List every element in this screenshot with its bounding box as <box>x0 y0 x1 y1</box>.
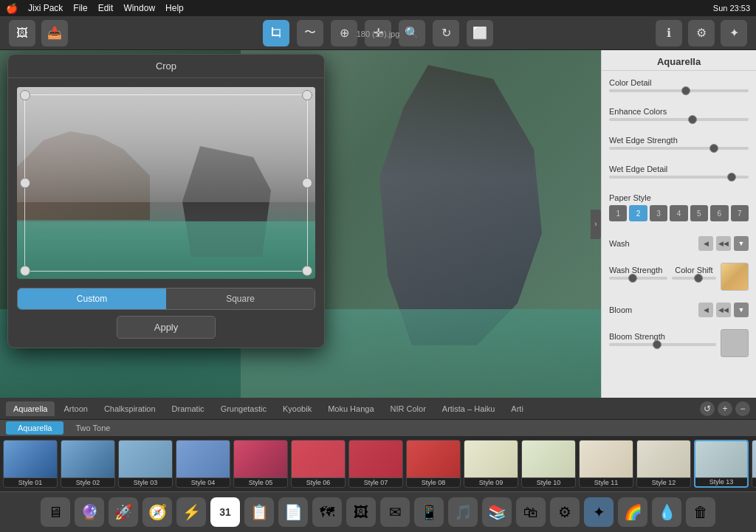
style-thumb-13[interactable]: Style 13 <box>694 440 749 488</box>
toolbar-effects-btn[interactable]: ✦ <box>721 20 747 46</box>
menu-edit[interactable]: Edit <box>98 3 114 13</box>
filter-tab-chalkspiration[interactable]: Chalkspiration <box>97 401 163 416</box>
bloom-label: Bloom <box>609 305 695 314</box>
style-thumb-11[interactable]: Style 11 <box>579 440 633 488</box>
crop-custom-btn[interactable]: Custom <box>18 289 166 309</box>
dock-systemprefs[interactable]: ⚙ <box>550 497 580 527</box>
canvas-area[interactable]: › Crop <box>0 50 601 398</box>
filter-tab-nir-color[interactable]: NIR Color <box>383 401 433 416</box>
style-thumb-12[interactable]: Style 12 <box>636 440 691 488</box>
crop-square-btn[interactable]: Square <box>166 289 315 309</box>
wash-strength-thumb[interactable] <box>628 274 637 283</box>
filter-tab-dramatic[interactable]: Dramatic <box>165 401 212 416</box>
filter-tab-aquarella[interactable]: Aquarella <box>6 401 55 416</box>
dock-calendar[interactable]: 31 <box>210 497 240 527</box>
toolbar-photo-btn[interactable]: 🖼 <box>9 20 35 46</box>
paper-btn-5[interactable]: 5 <box>690 205 708 221</box>
style-thumb-14[interactable]: St <box>752 440 756 488</box>
filter-tab-grungetastic[interactable]: Grungetastic <box>213 401 274 416</box>
wet-edge-strength-thumb[interactable] <box>709 144 718 153</box>
bloom-next-btn[interactable]: ◀◀ <box>716 303 731 317</box>
style-thumb-01[interactable]: Style 01 <box>3 440 58 488</box>
dock-appstore[interactable]: 🛍 <box>516 497 546 527</box>
bloom-prev-btn[interactable]: ◀ <box>698 303 713 317</box>
color-swatch[interactable] <box>721 263 749 291</box>
style-thumb-10[interactable]: Style 10 <box>521 440 576 488</box>
crop-apply-button[interactable]: Apply <box>117 316 216 339</box>
dock-photos2[interactable]: 🌈 <box>618 497 647 527</box>
dock-finder[interactable]: 🖥 <box>41 497 70 527</box>
style-thumb-04[interactable]: Style 04 <box>176 440 230 488</box>
dock-notes[interactable]: 📋 <box>244 497 274 527</box>
dock-preview[interactable]: 🖼 <box>346 497 376 527</box>
dock-trash[interactable]: 🗑 <box>686 497 715 527</box>
color-detail-thumb[interactable] <box>681 86 690 95</box>
sub-tab-aquarella[interactable]: Aquarella <box>6 421 63 435</box>
paper-btn-4[interactable]: 4 <box>670 205 687 221</box>
dock-photos[interactable]: ⚡ <box>176 497 206 527</box>
dock-music[interactable]: 🎵 <box>448 497 478 527</box>
menu-help[interactable]: Help <box>165 3 184 13</box>
filter-tab-moku-hanga[interactable]: Moku Hanga <box>320 401 381 416</box>
paper-btn-1[interactable]: 1 <box>609 205 627 221</box>
menu-file[interactable]: File <box>73 3 87 13</box>
filter-tab-artista-haiku[interactable]: Artista – Haiku <box>435 401 503 416</box>
wash-strength-slider[interactable] <box>609 277 667 280</box>
enhance-colors-slider[interactable] <box>609 118 749 121</box>
toolbar-export-btn[interactable]: ⬜ <box>467 20 493 46</box>
dock-jixipack[interactable]: ✦ <box>584 497 614 527</box>
dock-mail[interactable]: ✉ <box>380 497 410 527</box>
style-thumb-06[interactable]: Style 06 <box>291 440 346 488</box>
dock-launchpad[interactable]: 🚀 <box>109 497 138 527</box>
paper-btn-7[interactable]: 7 <box>731 205 749 221</box>
paper-btn-3[interactable]: 3 <box>650 205 667 221</box>
enhance-colors-thumb[interactable] <box>688 115 697 124</box>
dock-maps[interactable]: 🗺 <box>312 497 342 527</box>
filter-tab-artoon[interactable]: Artoon <box>56 401 94 416</box>
filter-add-btn[interactable]: + <box>718 401 732 416</box>
style-thumb-05[interactable]: Style 05 <box>233 440 288 488</box>
bloom-down-btn[interactable]: ▼ <box>734 303 749 317</box>
style-thumb-09[interactable]: Style 09 <box>464 440 518 488</box>
apple-menu[interactable]: 🍎 <box>6 3 18 14</box>
dock-facetime[interactable]: 📱 <box>414 497 444 527</box>
style-thumb-07[interactable]: Style 07 <box>348 440 403 488</box>
color-detail-label: Color Detail <box>609 78 749 87</box>
filter-tab-kyoobik[interactable]: Kyoobik <box>275 401 319 416</box>
dock-water[interactable]: 💧 <box>652 497 681 527</box>
dock-pages[interactable]: 📄 <box>278 497 308 527</box>
wet-edge-detail-thumb[interactable] <box>727 173 736 182</box>
dock-books[interactable]: 📚 <box>482 497 512 527</box>
collapse-panel-arrow[interactable]: › <box>591 210 601 239</box>
toolbar-crop-btn[interactable] <box>263 20 289 46</box>
toolbar-import-btn[interactable]: 📥 <box>41 20 68 46</box>
bloom-strength-slider[interactable] <box>609 343 716 346</box>
menu-window[interactable]: Window <box>123 3 155 13</box>
app-name[interactable]: Jixi Pack <box>28 3 63 13</box>
paper-btn-2[interactable]: 2 <box>629 205 647 221</box>
toolbar-settings-btn[interactable]: ⚙ <box>688 20 715 46</box>
sub-tab-two-tone[interactable]: Two Tone <box>63 421 122 435</box>
wash-next-btn[interactable]: ◀◀ <box>716 236 731 251</box>
below-toolbar: › Crop <box>0 50 756 532</box>
wet-edge-detail-slider[interactable] <box>609 176 749 179</box>
toolbar-info-btn[interactable]: ℹ <box>656 20 682 46</box>
dock-safari[interactable]: 🧭 <box>142 497 172 527</box>
bloom-swatch[interactable] <box>721 329 749 357</box>
filter-refresh-btn[interactable]: ↺ <box>700 401 715 416</box>
color-detail-slider[interactable] <box>609 89 749 92</box>
bloom-strength-thumb[interactable] <box>653 340 662 349</box>
wash-prev-btn[interactable]: ◀ <box>698 236 713 251</box>
style-thumb-02[interactable]: Style 02 <box>61 440 115 488</box>
style-thumb-03[interactable]: Style 03 <box>118 440 173 488</box>
paper-btn-6[interactable]: 6 <box>710 205 728 221</box>
filter-tab-arti[interactable]: Arti <box>504 401 531 416</box>
filter-remove-btn[interactable]: − <box>735 401 750 416</box>
color-shift-slider[interactable] <box>672 277 716 280</box>
wet-edge-strength-slider[interactable] <box>609 147 749 150</box>
color-shift-thumb[interactable] <box>694 274 703 283</box>
crop-image-area[interactable] <box>17 87 315 279</box>
style-thumb-08[interactable]: Style 08 <box>406 440 461 488</box>
wash-down-btn[interactable]: ▼ <box>734 236 749 251</box>
dock-siri[interactable]: 🔮 <box>75 497 104 527</box>
